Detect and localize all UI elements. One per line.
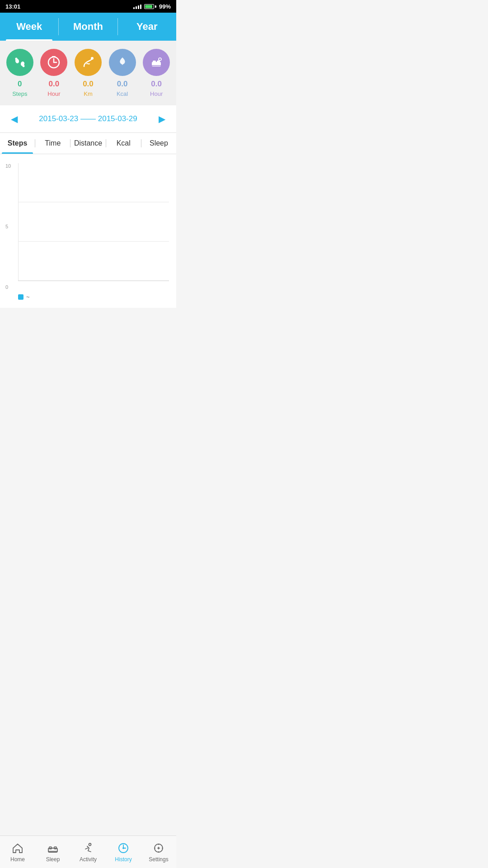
date-navigator: ◀ 2015-03-23 —— 2015-03-29 ▶ bbox=[0, 105, 176, 133]
tab-month[interactable]: Month bbox=[59, 13, 117, 41]
sleep-label: Hour bbox=[150, 90, 163, 97]
stat-kcal: 0.0 Kcal bbox=[109, 49, 136, 97]
kcal-label: Kcal bbox=[117, 90, 128, 97]
distance-value: 0.0 bbox=[83, 80, 94, 89]
subtab-steps[interactable]: Steps bbox=[0, 133, 35, 154]
stats-row: 0 Steps 0.0 Hour bbox=[0, 41, 176, 105]
status-icons: 99% bbox=[133, 3, 171, 10]
battery-percent: 99% bbox=[159, 3, 171, 10]
stat-distance: 0.0 Km bbox=[75, 49, 102, 97]
chart-area: 10 5 0 ~ bbox=[0, 154, 176, 308]
distance-label: Km bbox=[84, 90, 93, 97]
steps-icon bbox=[6, 49, 33, 76]
time-label: Hour bbox=[47, 90, 60, 97]
sleep-value: 0.0 bbox=[151, 80, 162, 89]
subtab-time[interactable]: Time bbox=[35, 133, 70, 154]
time-value: 0.0 bbox=[49, 80, 60, 89]
kcal-icon bbox=[109, 49, 136, 76]
distance-icon bbox=[75, 49, 102, 76]
date-range-display: 2015-03-23 —— 2015-03-29 bbox=[39, 114, 137, 123]
legend-color bbox=[18, 294, 23, 300]
signal-icon bbox=[133, 4, 141, 9]
svg-point-2 bbox=[15, 58, 17, 60]
sub-tab-bar: Steps Time Distance Kcal Sleep bbox=[0, 133, 176, 154]
battery-icon bbox=[144, 4, 156, 9]
svg-rect-11 bbox=[157, 61, 160, 63]
subtab-kcal[interactable]: Kcal bbox=[106, 133, 141, 154]
legend-label: ~ bbox=[26, 293, 30, 300]
stat-steps: 0 Steps bbox=[6, 49, 33, 97]
svg-rect-10 bbox=[153, 61, 156, 63]
steps-label: Steps bbox=[12, 90, 27, 97]
time-display: 13:01 bbox=[5, 3, 20, 10]
sleep-icon bbox=[143, 49, 170, 76]
tab-week[interactable]: Week bbox=[0, 13, 58, 41]
chart-canvas bbox=[18, 163, 169, 290]
status-bar: 13:01 99% bbox=[0, 0, 176, 13]
stat-time: 0.0 Hour bbox=[40, 49, 67, 97]
time-icon bbox=[40, 49, 67, 76]
svg-point-3 bbox=[22, 65, 24, 67]
kcal-value: 0.0 bbox=[117, 80, 128, 89]
y-axis: 10 5 0 bbox=[5, 163, 11, 290]
stat-sleep: 0.0 Hour bbox=[143, 49, 170, 97]
subtab-distance[interactable]: Distance bbox=[70, 133, 105, 154]
subtab-sleep[interactable]: Sleep bbox=[141, 133, 176, 154]
chart-legend: ~ bbox=[18, 290, 169, 302]
prev-date-button[interactable]: ◀ bbox=[7, 112, 21, 126]
steps-value: 0 bbox=[18, 80, 22, 89]
svg-point-8 bbox=[91, 57, 94, 60]
tab-year[interactable]: Year bbox=[118, 13, 176, 41]
top-tab-bar: Week Month Year bbox=[0, 13, 176, 41]
next-date-button[interactable]: ▶ bbox=[155, 112, 169, 126]
